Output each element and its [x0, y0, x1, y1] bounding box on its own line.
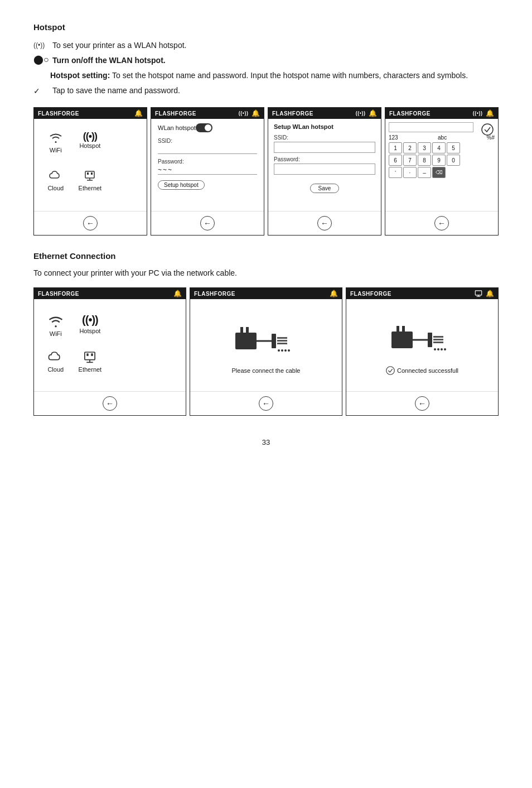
screen1-brand: FLASHFORGE — [38, 110, 79, 117]
menu-cloud[interactable]: Cloud — [44, 169, 67, 201]
bullet-item-3: Hotspot setting: To set the hotspot name… — [50, 70, 499, 81]
eth-wifi-icon — [47, 314, 65, 329]
kb-row-1: 1 2 3 4 5 — [389, 142, 460, 153]
svg-rect-16 — [277, 337, 287, 339]
svg-point-21 — [284, 349, 287, 352]
kb-key-5[interactable]: 5 — [447, 142, 460, 153]
kb-key-7[interactable]: 7 — [403, 155, 417, 166]
svg-rect-13 — [246, 327, 249, 334]
svg-rect-33 — [433, 342, 443, 343]
eth-screen2-body: Please connect the cable — [190, 299, 342, 391]
kb-key-2[interactable]: 2 — [403, 142, 417, 153]
kb-key-6[interactable]: 6 — [389, 155, 402, 166]
hotspot-screens-row: FLASHFORGE 🔔 — [33, 107, 499, 236]
setup-hotspot-btn[interactable]: Setup hotspot — [158, 180, 205, 190]
screen4-bell-icon: 🔔 — [486, 109, 495, 117]
bullet-text-3: Hotspot setting: To set the hotspot name… — [50, 70, 499, 81]
screen3-bell-icon: 🔔 — [369, 109, 378, 117]
screen2-back-btn[interactable]: ← — [200, 216, 215, 230]
screen1-footer: ← — [34, 211, 147, 235]
eth-menu-ethernet[interactable]: Ethernet — [79, 349, 102, 379]
kb-key-dash[interactable]: – — [418, 167, 431, 178]
bullet-text-1: To set your printer as a WLAN hotspot. — [52, 40, 499, 51]
svg-rect-0 — [85, 171, 94, 178]
eth-screen2-footer: ← — [190, 391, 342, 415]
eth-screen2-back-btn[interactable]: ← — [259, 396, 273, 411]
svg-rect-9 — [87, 353, 89, 356]
kb-key-8[interactable]: 8 — [418, 155, 431, 166]
eth-menu-ethernet-label: Ethernet — [79, 366, 102, 373]
svg-rect-27 — [396, 326, 399, 333]
screen3-back-btn[interactable]: ← — [317, 216, 332, 230]
kb-input[interactable] — [389, 122, 473, 132]
svg-rect-10 — [91, 353, 93, 356]
wifi-icon — [48, 131, 64, 146]
eth-screen3-bell-icon: 🔔 — [486, 290, 495, 297]
eth-screen1-header-right: 🔔 — [173, 290, 182, 297]
screen2-brand: FLASHFORGE — [155, 110, 196, 117]
ethernet-desc: To connect your printer with your PC via… — [33, 268, 499, 277]
password-field: ~~~ — [158, 166, 257, 175]
eth-menu-cloud[interactable]: Cloud — [44, 349, 67, 379]
bell-icon: 🔔 — [134, 109, 143, 117]
kb-key-quote[interactable]: ' — [389, 167, 402, 178]
svg-rect-15 — [272, 334, 276, 348]
bullet-item-4: ✓ Tap to save the name and password. — [33, 85, 499, 97]
svg-point-20 — [281, 349, 283, 352]
screen2-bell-icon: 🔔 — [252, 109, 260, 117]
screen4-header-right: ((•)) 🔔 — [473, 109, 494, 117]
password-dots: ~~~ — [158, 166, 173, 174]
eth-screen1-back-btn[interactable]: ← — [103, 396, 117, 411]
svg-rect-26 — [391, 331, 413, 348]
eth-screen3-brand: FLASHFORGE — [350, 291, 391, 297]
eth-connected-text: Connected successfull — [397, 367, 458, 374]
kb-mode-abc[interactable]: abc — [438, 134, 447, 141]
eth-menu-grid: WiFi ((•)) Hotspot Cloud — [40, 305, 106, 388]
screen1-body: WiFi ((•)) Hotspot Cloud — [34, 119, 147, 211]
menu-ethernet-label: Ethernet — [79, 185, 102, 191]
screen2-hotspot-icon: ((•)) — [239, 110, 249, 116]
setup-ssid-input[interactable] — [274, 142, 375, 153]
kb-row-3: ' · – ⌫ — [389, 167, 446, 178]
check-circle-icon: ✓ — [33, 85, 50, 97]
screen2-footer: ← — [151, 211, 264, 235]
eth-screen1-body: WiFi ((•)) Hotspot Cloud — [34, 299, 186, 391]
bullet-text-2: Turn on/off the WLAN hotspot. — [52, 55, 499, 66]
kb-key-9[interactable]: 9 — [432, 155, 446, 166]
ssid-label: SSID: — [158, 138, 172, 144]
eth-screen2-header-right: 🔔 — [330, 290, 338, 297]
kb-mode-123[interactable]: 123 — [389, 134, 398, 141]
page-number: 33 — [33, 438, 499, 446]
eth-screen-menu: FLASHFORGE 🔔 — [33, 287, 186, 416]
wlan-toggle-switch[interactable] — [196, 123, 212, 132]
kb-key-0[interactable]: 0 — [447, 155, 460, 166]
kb-key-dot[interactable]: · — [403, 167, 417, 178]
svg-rect-4 — [91, 172, 93, 175]
menu-hotspot[interactable]: ((•)) Hotspot — [79, 131, 102, 164]
kb-key-1[interactable]: 1 — [389, 142, 402, 153]
eth-screen3-back-btn[interactable]: ← — [415, 396, 429, 411]
eth-menu-wifi[interactable]: WiFi — [44, 314, 67, 344]
eth-menu-hotspot[interactable]: ((•)) Hotspot — [79, 314, 102, 344]
kb-key-4[interactable]: 4 — [432, 142, 446, 153]
eth-screen2-header: FLASHFORGE 🔔 — [190, 288, 342, 299]
screen3-header: FLASHFORGE ((•)) 🔔 — [268, 108, 381, 119]
kb-key-backspace[interactable]: ⌫ — [432, 167, 446, 178]
keyboard-check-icon[interactable] — [481, 123, 494, 137]
screen4-back-btn[interactable]: ← — [434, 216, 449, 230]
svg-point-19 — [278, 349, 280, 352]
eth-screen2-bell-icon: 🔔 — [330, 290, 338, 297]
kb-key-3[interactable]: 3 — [418, 142, 431, 153]
screen2-body: WLan hotspot SSID: Password: ~~~ Setup h… — [151, 119, 264, 211]
menu-ethernet[interactable]: Ethernet — [79, 169, 102, 201]
eth-screen1-footer: ← — [34, 391, 186, 415]
eth-header-icon — [474, 290, 483, 297]
svg-point-35 — [437, 348, 439, 350]
wlan-hotspot-label: WLan hotspot — [158, 124, 196, 131]
menu-hotspot-label: Hotspot — [79, 142, 100, 149]
save-btn[interactable]: Save — [310, 184, 340, 193]
screen1-back-btn[interactable]: ← — [83, 216, 98, 230]
menu-wifi[interactable]: WiFi — [44, 131, 67, 164]
svg-point-37 — [444, 348, 446, 350]
setup-password-input[interactable] — [274, 164, 375, 175]
